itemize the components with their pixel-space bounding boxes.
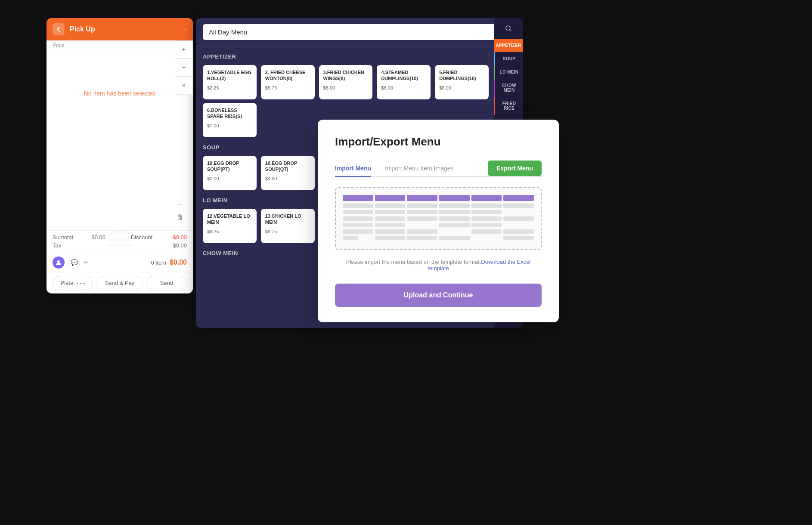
category-lo-mein[interactable]: LO MEIN <box>494 65 523 79</box>
pos-column-labels: Price MOD <box>46 40 193 50</box>
spreadsheet-col-header <box>375 195 406 201</box>
pos-close-button[interactable]: × <box>175 77 193 95</box>
spreadsheet-cell <box>375 210 406 214</box>
spreadsheet-cell <box>503 223 534 227</box>
spreadsheet-cell <box>407 216 437 221</box>
spreadsheet-cell <box>343 223 373 227</box>
spreadsheet-cell <box>439 210 470 214</box>
item-name: 13.CHICKEN LO MEIN <box>265 213 310 225</box>
item-name: 10.EGG DROP SOUP(QT) <box>265 160 310 173</box>
spreadsheet-cell <box>439 204 470 208</box>
item-name: 12.VEGETABLE LO MEIN <box>207 213 252 225</box>
cat-search-button[interactable] <box>494 18 523 39</box>
item-price: $5.75 <box>265 85 310 90</box>
tab-import-menu[interactable]: Import Menu <box>335 161 371 176</box>
spreadsheet-col-header <box>343 195 373 201</box>
pos-header-menu[interactable]: ··· <box>182 26 187 33</box>
spreadsheet-cell <box>503 236 534 240</box>
list-item[interactable]: 6.BONELESS SPARE RIBS(S) $7.00 <box>203 103 257 137</box>
spreadsheet-cell <box>503 216 534 221</box>
item-price: $8.00 <box>323 85 369 90</box>
spreadsheet-cell <box>439 216 470 221</box>
pos-totals: Subtotal $0.00 Discount -$0.00 Tax $0.00 <box>46 230 193 254</box>
send-button[interactable]: Send <box>146 276 187 290</box>
import-export-modal: Import/Export Menu Import Menu Import Me… <box>318 120 559 322</box>
user-avatar <box>53 256 65 269</box>
item-name: 6.BONELESS SPARE RIBS(S) <box>207 107 252 120</box>
pos-user-row: 💬 ✏ 0 item $0.00 <box>46 253 193 272</box>
discount-label: Discount <box>131 234 153 241</box>
item-name: 5.FRIED DUMPLINGS(10) <box>439 69 484 82</box>
spreadsheet-cell <box>375 229 406 234</box>
pos-footer: Plate. - - - Send & Pay Send <box>46 272 193 293</box>
item-price: $4.00 <box>265 176 310 181</box>
item-price: $9.75 <box>265 229 310 234</box>
list-item[interactable]: 10.EGG DROP SOUP(QT) $4.00 <box>261 156 315 190</box>
item-price: $7.00 <box>207 123 252 128</box>
spreadsheet-cell <box>503 210 534 214</box>
total-amount: $0.00 <box>170 259 187 266</box>
empty-message: No Item has been selected <box>75 81 164 105</box>
spreadsheet-col-header <box>439 195 470 201</box>
send-pay-button[interactable]: Send & Pay <box>96 276 143 290</box>
spreadsheet-cell <box>471 204 502 208</box>
spreadsheet-col-header <box>471 195 502 201</box>
item-name: 4.STEAMED DUMPLINGS(10) <box>381 69 426 82</box>
spreadsheet-row <box>343 216 534 221</box>
spreadsheet-preview <box>335 187 542 250</box>
tab-import-images[interactable]: Import Menu Item Images <box>385 161 454 176</box>
item-price: $8.00 <box>381 85 426 90</box>
item-price: $2.00 <box>207 176 252 181</box>
list-item[interactable]: 12.VEGETABLE LO MEIN $9.25 <box>203 209 257 243</box>
item-count: 0 item <box>151 259 166 266</box>
spreadsheet-cell <box>471 210 502 214</box>
menu-search-bar[interactable]: All Day Menu <box>203 24 501 40</box>
spreadsheet-row <box>343 223 534 227</box>
spreadsheet-cell <box>407 204 437 208</box>
category-fried-rice[interactable]: FRIED RICE <box>494 97 523 115</box>
pos-back-button[interactable] <box>53 23 65 35</box>
subtotal-label: Subtotal <box>53 234 73 241</box>
item-price: $8.00 <box>439 85 484 90</box>
list-item[interactable]: 1.VEGETABLE EGG ROLL(2) $2.25 <box>203 65 257 99</box>
list-item[interactable]: 13.CHICKEN LO MEIN $9.75 <box>261 209 315 243</box>
spreadsheet-cell <box>471 223 502 227</box>
appetizer-grid: 1.VEGETABLE EGG ROLL(2) $2.25 2. FRIED C… <box>203 65 489 99</box>
pos-action-row: ··· 🗑 <box>170 197 189 225</box>
export-menu-button[interactable]: Export Menu <box>488 161 542 176</box>
list-item[interactable]: 4.STEAMED DUMPLINGS(10) $8.00 <box>377 65 431 99</box>
pos-more-icon[interactable]: ··· <box>177 201 183 208</box>
item-name: 10.EGG DROP SOUP(PT) <box>207 160 252 173</box>
modal-hint: Please import the menu based on the temp… <box>335 259 542 272</box>
pos-minus-button[interactable]: − <box>175 59 193 77</box>
spreadsheet-cell <box>407 229 437 234</box>
list-item[interactable]: 3.FRIED CHICKEN WINGS(8) $8.00 <box>319 65 373 99</box>
pos-delete-icon[interactable]: 🗑 <box>177 213 183 221</box>
spreadsheet-cell <box>407 236 437 240</box>
item-price: $2.25 <box>207 85 252 90</box>
category-appetizer[interactable]: APPETIZER <box>494 39 523 52</box>
list-item[interactable]: 2. FRIED CHEESE WONTON(8) $5.75 <box>261 65 315 99</box>
category-soup[interactable]: SOUP <box>494 52 523 65</box>
edit-icon[interactable]: ✏ <box>84 259 89 266</box>
upload-continue-button[interactable]: Upload and Continue <box>335 284 542 307</box>
spreadsheet-cell <box>343 210 373 214</box>
pos-header: Pick Up ··· <box>46 18 193 40</box>
spreadsheet-cell <box>375 204 406 208</box>
spreadsheet-cell <box>471 236 502 240</box>
spreadsheet-col-header <box>407 195 437 201</box>
spreadsheet-cell <box>471 229 502 234</box>
pos-add-button[interactable]: + <box>175 40 193 59</box>
spreadsheet-cell <box>375 236 406 240</box>
spreadsheet-row <box>343 236 534 240</box>
category-title-appetizer: APPETIZER <box>203 53 489 60</box>
spreadsheet-cell <box>343 216 373 221</box>
category-chow-mein[interactable]: CHOW MEIN <box>494 79 523 97</box>
list-item[interactable]: 5.FRIED DUMPLINGS(10) $8.00 <box>435 65 489 99</box>
tax-label: Tax <box>53 242 61 249</box>
plate-button[interactable]: Plate. - - - <box>53 276 93 290</box>
message-icon[interactable]: 💬 <box>68 256 80 269</box>
modal-tabs-row: Import Menu Import Menu Item Images Expo… <box>335 161 542 177</box>
list-item[interactable]: 10.EGG DROP SOUP(PT) $2.00 <box>203 156 257 190</box>
item-name: 1.VEGETABLE EGG ROLL(2) <box>207 69 252 82</box>
